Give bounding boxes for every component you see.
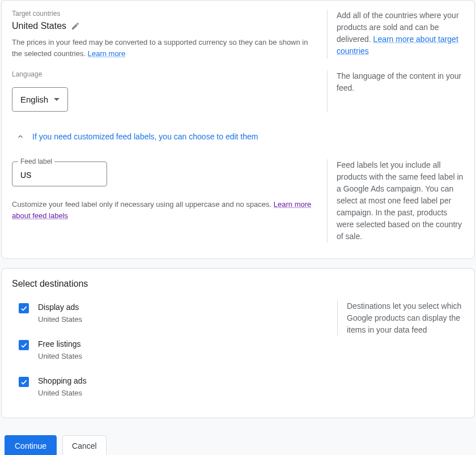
caret-down-icon [54, 98, 60, 101]
feed-label-input[interactable] [19, 170, 100, 180]
destination-sub: United States [38, 389, 87, 397]
feed-label-field[interactable]: Feed label [12, 161, 107, 186]
destinations-header: Select destinations [2, 269, 474, 292]
continue-button[interactable]: Continue [5, 435, 57, 455]
chevron-up-icon [16, 133, 24, 141]
destination-checkbox[interactable] [19, 377, 29, 387]
destinations-card: Select destinations Display ads United S… [1, 268, 475, 418]
target-countries-helper: The prices in your feed may be converted… [12, 37, 313, 59]
destination-item: Free listings United States [19, 331, 327, 368]
destination-sub: United States [38, 315, 82, 324]
destinations-side-panel: Destinations let you select which Google… [337, 300, 474, 336]
pencil-icon[interactable] [71, 22, 80, 31]
check-icon [20, 341, 28, 349]
destination-label: Free listings [38, 339, 82, 348]
feed-label-section: Feed label Customize your feed label onl… [2, 146, 474, 258]
language-side-panel: The language of the content in your feed… [327, 70, 464, 112]
destination-item: Shopping ads United States [19, 368, 327, 405]
target-countries-side-panel: Add all of the countries where your prod… [327, 10, 464, 59]
feed-labels-toggle[interactable]: If you need customized feed labels, you … [2, 121, 474, 146]
button-row: Continue Cancel [0, 427, 476, 455]
destination-sub: United States [38, 352, 82, 360]
destination-label: Shopping ads [38, 376, 87, 385]
destination-checkbox[interactable] [19, 340, 29, 350]
check-icon [20, 304, 28, 312]
target-countries-label: Target countries [12, 10, 313, 18]
destination-item: Display ads United States [19, 295, 327, 331]
settings-card: Target countries United States The price… [1, 0, 475, 259]
destination-checkbox[interactable] [19, 303, 29, 313]
target-countries-learn-more-link[interactable]: Learn more [88, 49, 125, 58]
feed-label-helper: Customize your feed label only if necess… [12, 199, 313, 221]
cancel-button[interactable]: Cancel [62, 435, 107, 455]
destinations-list: Display ads United States Free listings … [2, 292, 337, 418]
language-label: Language [12, 70, 313, 78]
check-icon [20, 378, 28, 386]
language-value: English [20, 95, 48, 104]
destination-label: Display ads [38, 303, 82, 312]
feed-label-floating-label: Feed label [18, 158, 54, 165]
target-countries-section: Target countries United States The price… [2, 1, 474, 68]
target-countries-value: United States [12, 21, 66, 31]
language-section: Language English The language of the con… [2, 68, 474, 121]
language-select[interactable]: English [12, 87, 68, 112]
feed-label-side-panel: Feed labels let you include all products… [327, 159, 464, 243]
